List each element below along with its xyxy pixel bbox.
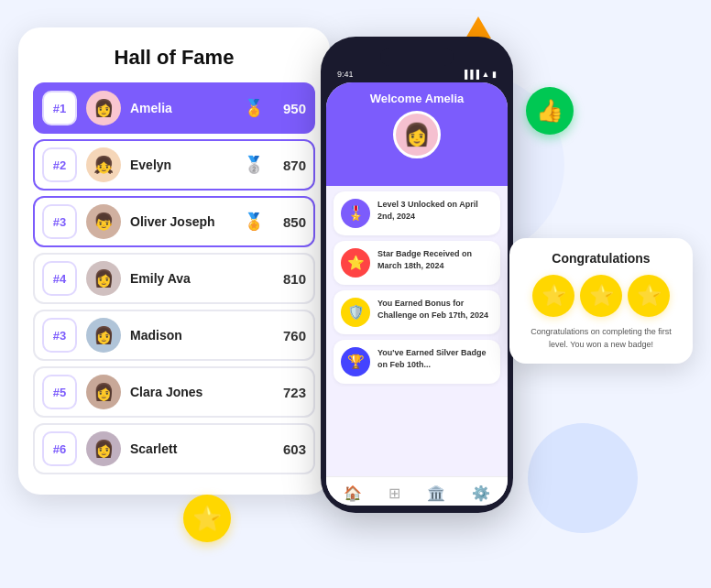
nav-leaderboard-icon[interactable]: 🏛️	[427, 485, 445, 502]
avatar-4: 👩	[86, 261, 121, 296]
activity-icon-2: ⭐	[341, 248, 370, 278]
phone-welcome-text: Welcome Amelia	[370, 92, 465, 105]
avatar-5: 👩	[86, 318, 121, 353]
phone-status-bar: 9:41 ▐▐▐ ▲ ▮	[326, 70, 508, 79]
hof-row-1[interactable]: #1 👩 Amelia 🏅 950	[33, 82, 315, 134]
hof-score-4: 810	[273, 271, 306, 287]
phone-time: 9:41	[337, 70, 354, 79]
hof-score-7: 603	[273, 441, 306, 457]
phone-inner: Welcome Amelia 👩 🎖️ Level 3 Unlocked on …	[326, 82, 508, 506]
activity-text-2: Star Badge Received on March 18th, 2024	[377, 248, 493, 271]
star-icon: ⭐	[192, 505, 222, 533]
hof-name-6: Clara Jones	[130, 385, 264, 399]
activity-text-3: You Earned Bonus for Challenge on Feb 17…	[377, 298, 493, 321]
rank-badge-6: #5	[42, 375, 77, 409]
congrats-star-2: ⭐	[580, 275, 622, 317]
rank-badge-1: #1	[42, 91, 77, 125]
activity-item-3[interactable]: 🛡️ You Earned Bonus for Challenge on Feb…	[334, 290, 500, 334]
hof-row-2[interactable]: #2 👧 Evelyn 🥈 870	[33, 139, 315, 191]
hof-row-3[interactable]: #3 👦 Oliver Joseph 🏅 850	[33, 196, 315, 247]
hof-score-3: 850	[273, 214, 306, 230]
hof-name-4: Emily Ava	[130, 271, 264, 286]
hall-of-fame-card: Hall of Fame #1 👩 Amelia 🏅 950 #2 👧 Evel…	[18, 27, 330, 495]
activity-text-4: You've Earned Silver Badge on Feb 10th..…	[377, 347, 493, 370]
avatar-1: 👩	[86, 91, 121, 125]
hof-row-6[interactable]: #5 👩 Clara Jones 723	[33, 366, 315, 418]
activity-text-1: Level 3 Unlocked on April 2nd, 2024	[377, 199, 493, 222]
hof-score-5: 760	[273, 328, 306, 343]
hof-title: Hall of Fame	[33, 46, 315, 70]
medal-3: 🏅	[244, 212, 264, 232]
phone-signals: ▐▐▐ ▲ ▮	[462, 70, 497, 79]
star-badge-bottom: ⭐	[183, 495, 231, 542]
hof-name-7: Scarlett	[130, 441, 264, 456]
hof-score-6: 723	[273, 385, 306, 400]
phone-nav: 🏠 ⊞ 🏛️ ⚙️	[326, 476, 508, 506]
nav-grid-icon[interactable]: ⊞	[388, 485, 400, 502]
congrats-stars-row: ⭐ ⭐ ⭐	[522, 275, 680, 317]
hof-score-1: 950	[273, 101, 306, 116]
activity-icon-3: 🛡️	[341, 298, 370, 327]
avatar-2: 👧	[86, 147, 121, 182]
avatar-3: 👦	[86, 204, 121, 239]
medal-2: 🥈	[244, 155, 264, 175]
activity-icon-1: 🎖️	[341, 199, 370, 228]
rank-badge-4: #4	[42, 261, 77, 296]
congrats-description: Congratulations on completing the first …	[522, 326, 680, 351]
rank-badge-3: #3	[42, 204, 77, 239]
phone-notch	[380, 48, 454, 66]
rank-badge-5: #3	[42, 318, 77, 353]
avatar-7: 👩	[86, 431, 121, 466]
hof-row-7[interactable]: #6 👩 Scarlett 603	[33, 423, 315, 474]
triangle-decoration	[465, 16, 491, 38]
hof-row-5[interactable]: #3 👩 Madison 760	[33, 310, 315, 361]
nav-settings-icon[interactable]: ⚙️	[472, 485, 490, 502]
hof-name-5: Madison	[130, 328, 264, 343]
congrats-star-3: ⭐	[628, 275, 670, 317]
activity-item-4[interactable]: 🏆 You've Earned Silver Badge on Feb 10th…	[334, 340, 500, 384]
activity-item-2[interactable]: ⭐ Star Badge Received on March 18th, 202…	[334, 241, 500, 285]
hof-row-4[interactable]: #4 👩 Emily Ava 810	[33, 253, 315, 304]
avatar-6: 👩	[86, 375, 121, 409]
nav-home-icon[interactable]: 🏠	[344, 485, 362, 502]
phone-user-avatar: 👩	[393, 111, 441, 158]
medal-1: 🏅	[244, 98, 264, 118]
congrats-star-1: ⭐	[532, 275, 574, 317]
hof-score-2: 870	[273, 158, 306, 173]
rank-badge-7: #6	[42, 431, 77, 466]
bg-circle-2	[528, 423, 638, 533]
hof-name-2: Evelyn	[130, 158, 235, 172]
phone-content: 🎖️ Level 3 Unlocked on April 2nd, 2024 ⭐…	[326, 186, 508, 476]
phone-frame: 9:41 ▐▐▐ ▲ ▮ Welcome Amelia 👩 🎖️ Level 3…	[321, 37, 513, 513]
activity-icon-4: 🏆	[341, 347, 370, 376]
congrats-card: Congratulations ⭐ ⭐ ⭐ Congratulations on…	[509, 238, 693, 364]
congrats-title: Congratulations	[522, 251, 680, 266]
hof-name-1: Amelia	[130, 101, 235, 115]
thumbs-up-icon: 👍	[536, 98, 563, 124]
hof-name-3: Oliver Joseph	[130, 214, 235, 229]
rank-badge-2: #2	[42, 147, 77, 182]
thumbs-up-badge: 👍	[526, 87, 574, 135]
activity-item-1[interactable]: 🎖️ Level 3 Unlocked on April 2nd, 2024	[334, 191, 500, 235]
phone-header: Welcome Amelia 👩	[326, 82, 508, 186]
